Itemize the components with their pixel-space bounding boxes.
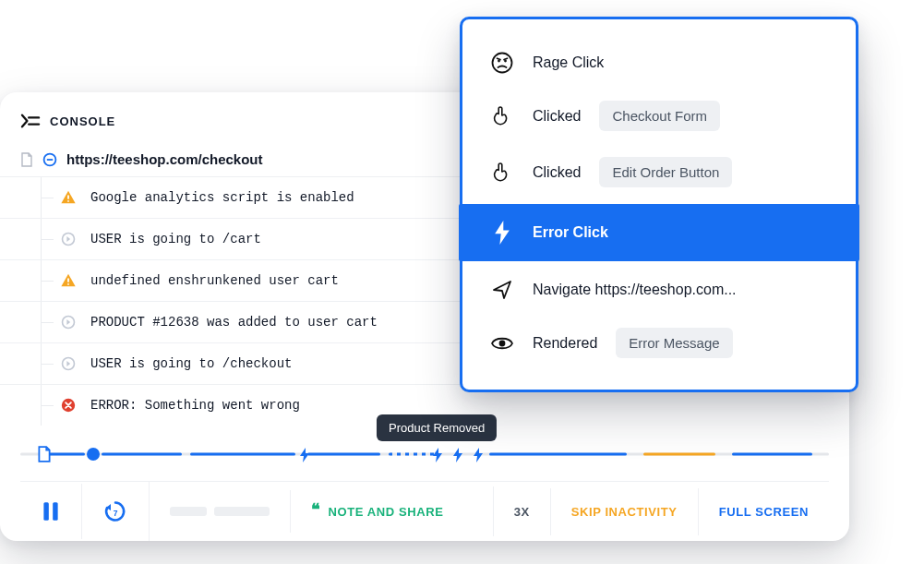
event-label: Clicked <box>533 108 581 125</box>
bolt-icon[interactable]: Product Removed <box>430 448 443 461</box>
timeline[interactable]: Product Removed 7 <box>0 426 849 541</box>
terminal-icon <box>20 113 41 129</box>
event-label: Error Click <box>533 224 608 241</box>
svg-point-15 <box>493 54 512 73</box>
rage-face-icon <box>490 51 514 75</box>
console-log-text: USER is going to /cart <box>90 232 261 246</box>
event-row-rendered[interactable]: Rendered Error Message <box>462 315 856 371</box>
timeline-page-marker[interactable] <box>37 446 52 462</box>
timeline-tooltip: Product Removed <box>377 414 497 441</box>
collapse-icon[interactable] <box>42 152 57 167</box>
controls-bar: 7 ❝ NOTE AND SHARE 3X SKIP INACTIVITY <box>20 481 829 541</box>
event-chip: Error Message <box>616 328 732 358</box>
console-log-text: PRODUCT #12638 was added to user cart <box>90 315 378 330</box>
svg-rect-7 <box>67 278 69 282</box>
event-row-clicked[interactable]: Clicked Edit Order Button <box>462 144 856 200</box>
event-chip: Checkout Form <box>599 101 720 131</box>
bolt-icon[interactable] <box>471 448 484 461</box>
skip-inactivity-button[interactable]: SKIP INACTIVITY <box>571 505 678 519</box>
bolt-icon <box>490 221 514 245</box>
event-label: Clicked <box>533 164 581 181</box>
svg-rect-8 <box>67 283 69 285</box>
svg-rect-4 <box>67 195 69 199</box>
svg-point-18 <box>499 340 506 346</box>
event-row-clicked[interactable]: Clicked Checkout Form <box>462 88 856 144</box>
console-log-text: Google analytics script is enabled <box>90 190 354 205</box>
event-label: Rage Click <box>533 54 604 71</box>
step-icon <box>59 313 78 331</box>
event-row-navigate[interactable]: Navigate https://teeshop.com... <box>462 265 856 315</box>
svg-rect-12 <box>43 502 48 521</box>
skeleton <box>214 507 270 516</box>
step-icon <box>59 230 78 248</box>
event-label: Rendered <box>533 335 597 352</box>
console-log-text: undefined enshrunkened user cart <box>90 273 339 288</box>
step-icon <box>59 354 78 373</box>
pause-button[interactable] <box>41 500 61 522</box>
bolt-icon[interactable] <box>297 448 310 461</box>
event-row-error-click[interactable]: Error Click <box>459 204 859 261</box>
warning-icon <box>59 271 78 290</box>
warning-icon <box>59 188 78 207</box>
console-url: https://teeshop.com/checkout <box>66 151 263 167</box>
events-panel: Rage Click Clicked Checkout Form Clicked… <box>460 17 858 392</box>
rewind-7-button[interactable]: 7 <box>102 498 128 524</box>
event-row-rage-click[interactable]: Rage Click <box>462 38 856 88</box>
error-icon <box>59 396 78 414</box>
timeline-playhead[interactable] <box>87 448 100 461</box>
navigate-icon <box>490 278 514 302</box>
bolt-icon[interactable] <box>450 448 463 461</box>
console-log-text: USER is going to /checkout <box>90 356 292 371</box>
skeleton <box>170 507 207 516</box>
note-and-share-label: NOTE AND SHARE <box>329 505 444 519</box>
svg-text:7: 7 <box>114 509 118 518</box>
svg-rect-13 <box>53 502 57 521</box>
playback-speed-button[interactable]: 3X <box>514 505 530 519</box>
event-label: Navigate https://teeshop.com... <box>533 282 737 298</box>
quote-icon: ❝ <box>311 501 321 518</box>
console-log-text: ERROR: Something went wrong <box>90 398 300 413</box>
console-title: CONSOLE <box>50 114 115 128</box>
note-and-share-button[interactable]: ❝ NOTE AND SHARE <box>311 503 444 520</box>
event-chip: Edit Order Button <box>599 157 732 187</box>
pointer-icon <box>490 161 514 185</box>
file-icon <box>20 152 33 167</box>
svg-rect-5 <box>67 200 69 202</box>
full-screen-button[interactable]: FULL SCREEN <box>719 505 809 519</box>
pointer-icon <box>490 104 514 128</box>
eye-icon <box>490 331 514 355</box>
